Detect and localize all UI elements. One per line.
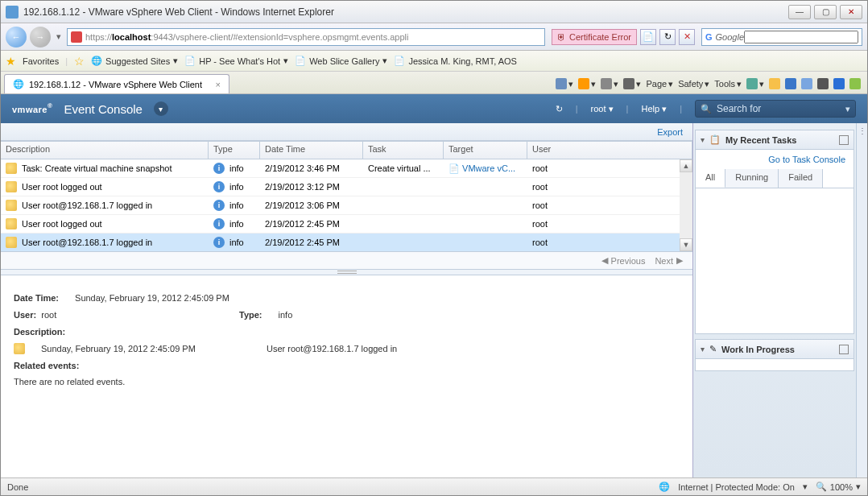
popout-icon[interactable] [839,135,849,145]
tab-close-icon[interactable]: × [216,80,221,89]
globe-icon: 🌐 [91,56,102,66]
favorites-menu[interactable]: Favorites [23,56,59,66]
maximize-button[interactable]: ▢ [814,5,837,19]
webslice-link[interactable]: 📄 Web Slice Gallery ▾ [295,56,387,66]
vmware-logo: vmware® [12,102,52,115]
forward-button[interactable]: → [30,27,51,48]
related-none: There are no related events. [14,374,680,391]
protected-mode-toggle[interactable]: ▾ [803,482,808,492]
cell-desc: Task: Create virtual machine snapshot [22,163,172,173]
search-engine-label: Google [716,32,744,42]
col-task[interactable]: Task [363,142,444,159]
desc-dt: Sunday, February 19, 2012 2:45:09 PM [41,341,250,358]
zoom-control[interactable]: 🔍 100% ▾ [816,482,861,492]
home-button[interactable]: ▾ [556,78,573,89]
stop-button[interactable]: ✕ [679,29,695,45]
cell-type: info [229,200,244,210]
search-box[interactable]: G Google [701,28,862,46]
col-description[interactable]: Description [1,142,209,159]
extra-icon-3[interactable] [801,78,812,89]
browser-tab[interactable]: 🌐 192.168.1.12 - VMware vSphere Web Clie… [4,74,229,93]
popout-icon[interactable] [839,345,849,354]
suggested-sites-link[interactable]: 🌐 Suggested Sites ▾ [91,56,178,66]
extra-icon-4[interactable] [817,78,829,89]
table-row[interactable]: User root@192.168.1.7 logged in iinfo 2/… [1,234,692,251]
vsphere-search[interactable]: 🔍 ▾ [695,100,856,118]
console-dropdown[interactable]: ▾ [154,101,168,116]
close-button[interactable]: ✕ [840,5,862,19]
page-menu[interactable]: Page ▾ [646,79,673,89]
addr-path: :9443/vsphere-client/#extensionId=vspher… [151,32,408,42]
chevron-down-icon: ▾ [382,56,387,66]
recent-tasks-header[interactable]: ▾ 📋 My Recent Tasks [696,130,854,150]
target-link[interactable]: 📄 VMware vC... [448,163,515,174]
minimize-button[interactable]: — [788,5,811,19]
jessica-link[interactable]: 📄 Jessica M. King, RMT, AOS [394,56,516,66]
webslice-label: Web Slice Gallery [309,56,379,66]
tasks-icon: 📋 [709,134,721,145]
tab-all[interactable]: All [696,169,725,188]
wip-header[interactable]: ▾ ✎ Work In Progress [696,340,854,359]
task-console-link[interactable]: Go to Task Console [768,155,845,164]
extra-icon-2[interactable] [785,78,796,89]
scroll-down-icon[interactable]: ▼ [680,238,692,251]
scroll-up-icon[interactable]: ▲ [680,159,692,172]
ie-icon: 🌐 [13,79,24,89]
print-button[interactable]: ▾ [623,78,641,89]
hp-label: HP - See What's Hot [199,56,280,66]
table-row[interactable]: User root logged out iinfo 2/19/2012 3:1… [1,178,692,196]
user-menu[interactable]: root ▾ [591,104,614,114]
tab-running[interactable]: Running [725,169,779,188]
nav-history-dropdown[interactable]: ▾ [54,27,64,47]
certificate-error-badge[interactable]: ⛨ Certificate Error [552,29,637,45]
tab-bar: 🌐 192.168.1.12 - VMware vSphere Web Clie… [1,72,867,94]
extra-icon-1[interactable] [769,78,780,89]
titlebar: 192.168.1.12 - VMware vSphere Web Client… [1,1,867,23]
table-scrollbar[interactable]: ▲ ▼ [680,159,692,251]
mail-icon [601,78,612,89]
refresh-button[interactable]: ↻ [556,104,563,114]
safety-menu[interactable]: Safety ▾ [678,79,709,89]
next-button[interactable]: Next ▶ [655,255,683,266]
help-menu[interactable]: Help ▾ [641,104,667,114]
bluetooth-icon[interactable] [833,78,845,89]
help-button[interactable]: ▾ [746,78,764,89]
status-bar: Done 🌐 Internet | Protected Mode: On ▾ 🔍… [1,477,867,495]
table-row[interactable]: User root logged out iinfo 2/19/2012 2:4… [1,215,692,234]
add-favorite-icon[interactable]: ☆ [74,55,85,68]
dt-label: Date Time: [14,290,59,307]
compat-view-button[interactable]: 📄 [640,29,656,45]
right-collapse-handle[interactable]: ⋮ [856,123,867,477]
previous-button[interactable]: ◀ Previous [601,255,646,266]
vsphere-search-input[interactable] [717,103,841,114]
cell-user: root [527,219,692,229]
favorites-star-icon[interactable]: ★ [6,55,16,68]
chevron-down-icon[interactable]: ▾ [845,104,850,114]
hp-link[interactable]: 📄 HP - See What's Hot ▾ [184,56,288,66]
help-icon [746,78,758,89]
address-bar[interactable]: https://localhost:9443/vsphere-client/#e… [67,28,545,46]
user-label: User: [14,310,36,320]
col-type[interactable]: Type [209,142,260,159]
back-button[interactable]: ← [6,27,27,48]
event-icon [14,343,25,354]
tab-failed[interactable]: Failed [779,169,823,188]
mail-button[interactable]: ▾ [601,78,618,89]
extra-icon-5[interactable] [849,78,861,89]
search-input[interactable] [744,31,858,43]
col-target[interactable]: Target [444,142,527,159]
addr-scheme: https:// [85,32,112,42]
cell-dt: 2/19/2012 2:45 PM [260,219,363,229]
refresh-button[interactable]: ↻ [659,29,676,45]
tools-menu[interactable]: Tools ▾ [714,79,742,89]
col-user[interactable]: User [527,142,692,159]
tasks-tabs: All Running Failed [696,169,854,188]
col-datetime[interactable]: Date Time [260,142,363,159]
horizontal-splitter[interactable] [1,269,692,275]
table-row[interactable]: User root@192.168.1.7 logged in iinfo 2/… [1,196,692,215]
feeds-button[interactable]: ▾ [578,78,596,89]
export-link[interactable]: Export [657,127,683,137]
table-row[interactable]: Task: Create virtual machine snapshot ii… [1,159,692,178]
cell-dt: 2/19/2012 3:46 PM [260,163,363,173]
wip-body [696,359,854,370]
